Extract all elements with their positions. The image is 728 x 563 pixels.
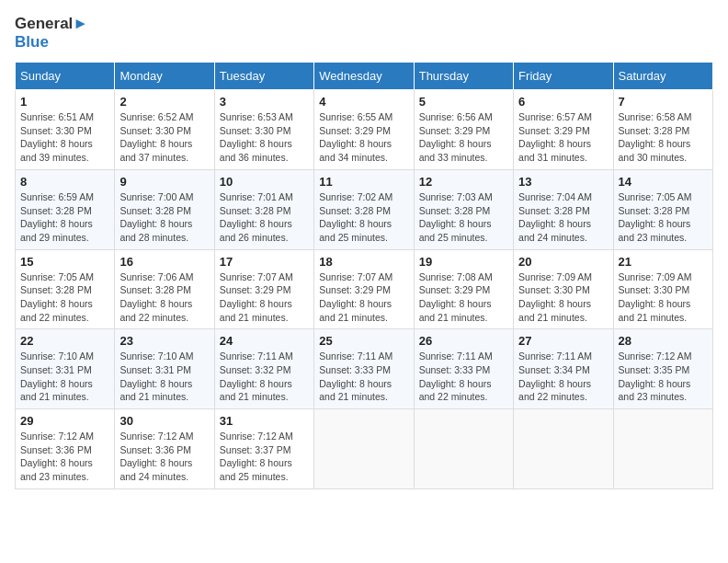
table-row: 2 Sunrise: 6:52 AM Sunset: 3:30 PM Dayli… [115, 90, 214, 170]
day-number: 14 [619, 175, 708, 189]
empty-cell [314, 409, 414, 489]
day-info: Sunrise: 7:09 AM Sunset: 3:30 PM Dayligh… [518, 270, 608, 325]
day-info: Sunrise: 6:51 AM Sunset: 3:30 PM Dayligh… [20, 110, 109, 165]
table-row: 11 Sunrise: 7:02 AM Sunset: 3:28 PM Dayl… [314, 169, 414, 249]
table-row: 1 Sunrise: 6:51 AM Sunset: 3:30 PM Dayli… [16, 90, 115, 170]
day-info: Sunrise: 7:04 AM Sunset: 3:28 PM Dayligh… [518, 190, 608, 245]
day-number: 1 [20, 95, 109, 109]
table-row: 8 Sunrise: 6:59 AM Sunset: 3:28 PM Dayli… [16, 169, 115, 249]
day-number: 4 [319, 95, 408, 109]
day-info: Sunrise: 7:08 AM Sunset: 3:29 PM Dayligh… [419, 270, 508, 325]
empty-cell [514, 409, 613, 489]
day-info: Sunrise: 7:07 AM Sunset: 3:29 PM Dayligh… [220, 270, 309, 325]
day-info: Sunrise: 7:01 AM Sunset: 3:28 PM Dayligh… [220, 190, 309, 245]
table-row: 3 Sunrise: 6:53 AM Sunset: 3:30 PM Dayli… [214, 90, 313, 170]
table-row: 24 Sunrise: 7:11 AM Sunset: 3:32 PM Dayl… [214, 329, 313, 409]
day-number: 5 [419, 95, 508, 109]
table-row: 26 Sunrise: 7:11 AM Sunset: 3:33 PM Dayl… [414, 329, 513, 409]
day-number: 20 [518, 255, 608, 269]
day-number: 10 [220, 175, 309, 189]
day-info: Sunrise: 6:57 AM Sunset: 3:29 PM Dayligh… [518, 110, 608, 165]
day-number: 17 [220, 255, 309, 269]
day-info: Sunrise: 7:11 AM Sunset: 3:34 PM Dayligh… [518, 350, 608, 404]
table-row: 16 Sunrise: 7:06 AM Sunset: 3:28 PM Dayl… [115, 249, 214, 329]
table-row: 19 Sunrise: 7:08 AM Sunset: 3:29 PM Dayl… [414, 249, 513, 329]
day-number: 11 [319, 175, 408, 189]
table-row: 31 Sunrise: 7:12 AM Sunset: 3:37 PM Dayl… [214, 409, 313, 489]
day-number: 12 [419, 175, 508, 189]
table-row: 13 Sunrise: 7:04 AM Sunset: 3:28 PM Dayl… [514, 169, 613, 249]
day-info: Sunrise: 6:55 AM Sunset: 3:29 PM Dayligh… [319, 110, 408, 165]
table-row: 9 Sunrise: 7:00 AM Sunset: 3:28 PM Dayli… [115, 169, 214, 249]
day-info: Sunrise: 7:10 AM Sunset: 3:31 PM Dayligh… [119, 350, 209, 404]
day-info: Sunrise: 7:12 AM Sunset: 3:35 PM Dayligh… [619, 350, 708, 404]
day-number: 23 [119, 334, 209, 348]
day-number: 8 [20, 175, 109, 189]
day-of-week-header: Thursday [414, 63, 513, 90]
day-number: 18 [319, 255, 408, 269]
table-row: 22 Sunrise: 7:10 AM Sunset: 3:31 PM Dayl… [16, 329, 115, 409]
day-info: Sunrise: 7:12 AM Sunset: 3:36 PM Dayligh… [119, 430, 209, 484]
table-row: 20 Sunrise: 7:09 AM Sunset: 3:30 PM Dayl… [514, 249, 613, 329]
day-info: Sunrise: 7:11 AM Sunset: 3:33 PM Dayligh… [419, 350, 508, 404]
empty-cell [414, 409, 513, 489]
day-of-week-header: Saturday [613, 63, 712, 90]
table-row: 27 Sunrise: 7:11 AM Sunset: 3:34 PM Dayl… [514, 329, 613, 409]
day-number: 2 [119, 95, 209, 109]
table-row: 23 Sunrise: 7:10 AM Sunset: 3:31 PM Dayl… [115, 329, 214, 409]
day-number: 15 [20, 255, 109, 269]
day-number: 31 [220, 414, 309, 428]
day-info: Sunrise: 7:06 AM Sunset: 3:28 PM Dayligh… [119, 270, 209, 325]
table-row: 29 Sunrise: 7:12 AM Sunset: 3:36 PM Dayl… [16, 409, 115, 489]
day-info: Sunrise: 6:59 AM Sunset: 3:28 PM Dayligh… [20, 190, 109, 245]
table-row: 10 Sunrise: 7:01 AM Sunset: 3:28 PM Dayl… [214, 169, 313, 249]
day-info: Sunrise: 7:11 AM Sunset: 3:33 PM Dayligh… [319, 350, 408, 404]
day-number: 26 [419, 334, 508, 348]
day-number: 22 [20, 334, 109, 348]
table-row: 7 Sunrise: 6:58 AM Sunset: 3:28 PM Dayli… [613, 90, 712, 170]
table-row: 18 Sunrise: 7:07 AM Sunset: 3:29 PM Dayl… [314, 249, 414, 329]
day-info: Sunrise: 6:56 AM Sunset: 3:29 PM Dayligh… [419, 110, 508, 165]
day-number: 29 [20, 414, 109, 428]
table-row: 6 Sunrise: 6:57 AM Sunset: 3:29 PM Dayli… [514, 90, 613, 170]
table-row: 30 Sunrise: 7:12 AM Sunset: 3:36 PM Dayl… [115, 409, 214, 489]
table-row: 5 Sunrise: 6:56 AM Sunset: 3:29 PM Dayli… [414, 90, 513, 170]
day-info: Sunrise: 7:09 AM Sunset: 3:30 PM Dayligh… [619, 270, 708, 325]
day-info: Sunrise: 6:53 AM Sunset: 3:30 PM Dayligh… [220, 110, 309, 165]
day-info: Sunrise: 7:11 AM Sunset: 3:32 PM Dayligh… [220, 350, 309, 404]
day-number: 27 [518, 334, 608, 348]
day-info: Sunrise: 7:12 AM Sunset: 3:36 PM Dayligh… [20, 430, 109, 484]
day-number: 25 [319, 334, 408, 348]
table-row: 28 Sunrise: 7:12 AM Sunset: 3:35 PM Dayl… [613, 329, 712, 409]
table-row: 12 Sunrise: 7:03 AM Sunset: 3:28 PM Dayl… [414, 169, 513, 249]
day-info: Sunrise: 7:05 AM Sunset: 3:28 PM Dayligh… [619, 190, 708, 245]
day-of-week-header: Monday [115, 63, 214, 90]
day-number: 13 [518, 175, 608, 189]
day-number: 16 [119, 255, 209, 269]
day-number: 21 [619, 255, 708, 269]
table-row: 14 Sunrise: 7:05 AM Sunset: 3:28 PM Dayl… [613, 169, 712, 249]
table-row: 21 Sunrise: 7:09 AM Sunset: 3:30 PM Dayl… [613, 249, 712, 329]
table-row: 17 Sunrise: 7:07 AM Sunset: 3:29 PM Dayl… [214, 249, 313, 329]
day-info: Sunrise: 7:02 AM Sunset: 3:28 PM Dayligh… [319, 190, 408, 245]
day-info: Sunrise: 6:52 AM Sunset: 3:30 PM Dayligh… [119, 110, 209, 165]
page-header: General► Blue [15, 15, 713, 51]
table-row: 4 Sunrise: 6:55 AM Sunset: 3:29 PM Dayli… [314, 90, 414, 170]
day-number: 3 [220, 95, 309, 109]
day-of-week-header: Wednesday [314, 63, 414, 90]
day-of-week-header: Sunday [16, 63, 115, 90]
day-info: Sunrise: 6:58 AM Sunset: 3:28 PM Dayligh… [619, 110, 708, 165]
day-number: 7 [619, 95, 708, 109]
day-info: Sunrise: 7:00 AM Sunset: 3:28 PM Dayligh… [119, 190, 209, 245]
day-number: 9 [119, 175, 209, 189]
day-of-week-header: Friday [514, 63, 613, 90]
table-row: 25 Sunrise: 7:11 AM Sunset: 3:33 PM Dayl… [314, 329, 414, 409]
day-number: 30 [119, 414, 209, 428]
day-info: Sunrise: 7:05 AM Sunset: 3:28 PM Dayligh… [20, 270, 109, 325]
day-info: Sunrise: 7:10 AM Sunset: 3:31 PM Dayligh… [20, 350, 109, 404]
day-number: 24 [220, 334, 309, 348]
day-of-week-header: Tuesday [214, 63, 313, 90]
day-info: Sunrise: 7:12 AM Sunset: 3:37 PM Dayligh… [220, 430, 309, 484]
empty-cell [613, 409, 712, 489]
table-row: 15 Sunrise: 7:05 AM Sunset: 3:28 PM Dayl… [16, 249, 115, 329]
